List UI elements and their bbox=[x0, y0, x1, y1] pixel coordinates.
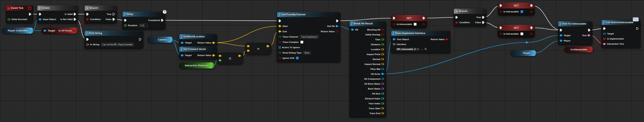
pin-normal[interactable] bbox=[382, 58, 384, 60]
dropdown[interactable]: TraceTypeQuery1 bbox=[300, 35, 319, 38]
pin-out-hit[interactable] bbox=[336, 25, 338, 27]
pin-b[interactable] bbox=[219, 59, 222, 61]
node-branch2[interactable]: ↺BranchTrueConditionFalse bbox=[454, 8, 486, 26]
node-does_implement[interactable]: fDoes Implement InterfaceTest ObjectRetu… bbox=[391, 30, 450, 53]
checkbox[interactable]: ✓ bbox=[520, 10, 523, 13]
pin-text[interactable] bbox=[588, 34, 590, 36]
pin-target[interactable] bbox=[603, 33, 606, 35]
pin-draw-debug-type[interactable] bbox=[278, 52, 282, 54]
pin-actors-to-ignore[interactable] bbox=[278, 46, 281, 49]
pin-exec_in[interactable] bbox=[456, 16, 458, 19]
text-field[interactable]: 0.15 bbox=[139, 24, 148, 27]
node-get_forward_vector[interactable]: fGet Forward VectorTargetReturn Value bbox=[179, 46, 217, 59]
blueprint-graph-canvas[interactable]: ◇Event TickDelta Seconds?IsValidIs Valid… bbox=[0, 0, 644, 122]
pin-initial-overlap[interactable] bbox=[382, 33, 384, 36]
pin-out[interactable] bbox=[238, 55, 241, 57]
pin-condition[interactable] bbox=[456, 21, 458, 24]
pin-a[interactable] bbox=[247, 45, 250, 47]
pin-target[interactable] bbox=[44, 29, 46, 32]
pin-trace-complex[interactable] bbox=[278, 41, 282, 43]
node-call_on_interactable[interactable]: fCall OnIsAnInteractableTargetIs Impleme… bbox=[602, 20, 640, 48]
node-is_ui_focus[interactable]: TargetIs UI Focus bbox=[42, 27, 78, 34]
pin-exec_in[interactable] bbox=[124, 19, 127, 22]
pin-trace-start[interactable] bbox=[382, 107, 384, 110]
pin-trace-end[interactable] bbox=[382, 112, 384, 114]
pin-is-not-valid[interactable] bbox=[74, 18, 76, 21]
pin-return-value[interactable] bbox=[446, 38, 448, 40]
pin-test-object[interactable] bbox=[393, 38, 396, 40]
node-camera[interactable]: Camera bbox=[148, 36, 173, 43]
node-player_var[interactable]: Player bbox=[510, 50, 537, 56]
pin-hit-item[interactable] bbox=[382, 93, 384, 95]
pin-is-interactable[interactable] bbox=[393, 23, 396, 25]
pin-false[interactable] bbox=[482, 21, 484, 24]
pin-true[interactable] bbox=[482, 16, 484, 19]
pin-out[interactable] bbox=[266, 45, 270, 47]
pin-interaction-distance[interactable] bbox=[210, 64, 212, 67]
interface-selector[interactable]: BPI_Interactable_C▼← bbox=[396, 48, 427, 51]
pin-out[interactable] bbox=[530, 33, 533, 35]
pin-location[interactable] bbox=[382, 48, 384, 50]
pin-b[interactable] bbox=[247, 50, 250, 52]
pin-impact-point[interactable] bbox=[382, 53, 384, 55]
pin-interface[interactable] bbox=[393, 43, 396, 45]
pin-out[interactable] bbox=[530, 11, 533, 13]
pin-exec_out[interactable] bbox=[588, 29, 590, 31]
pin-impact-normal[interactable] bbox=[382, 63, 384, 65]
pin-delta-seconds[interactable] bbox=[8, 18, 11, 20]
reroute-node[interactable] bbox=[526, 41, 528, 43]
node-delay[interactable]: fDelayCompletedDuration0.15 bbox=[122, 11, 165, 29]
pin-hit-component[interactable] bbox=[382, 78, 384, 80]
pin-return-value[interactable] bbox=[212, 54, 215, 56]
node-isvalid[interactable]: ?IsValidIs ValidInput ObjectIs Not Valid bbox=[37, 5, 78, 23]
pin-hit-actor[interactable] bbox=[382, 73, 384, 75]
text-field[interactable]: Can not find BP_PlayerController bbox=[101, 43, 134, 46]
pin-exec_in[interactable] bbox=[39, 13, 42, 15]
pin-is-interactable[interactable] bbox=[500, 33, 502, 35]
pin-phys-mat[interactable] bbox=[382, 68, 384, 70]
pin-duration[interactable] bbox=[124, 24, 127, 26]
pin-exec_out[interactable] bbox=[636, 27, 639, 30]
dropdown[interactable]: None bbox=[303, 51, 310, 54]
pin-exec_in[interactable] bbox=[86, 13, 89, 15]
pin-end[interactable] bbox=[278, 30, 282, 32]
pin-exec_in[interactable] bbox=[278, 19, 281, 22]
pin-is-valid[interactable] bbox=[74, 13, 76, 15]
pin-true[interactable] bbox=[112, 13, 115, 15]
pin-input-object[interactable] bbox=[39, 18, 42, 20]
node-linetrace[interactable]: fLineTraceByChannelStartOut HitEndReturn… bbox=[277, 12, 340, 62]
pin-interaction-text[interactable] bbox=[603, 43, 606, 45]
node-text_for_interactable[interactable]: fText For InteractableTargetTextPlayer bbox=[558, 21, 592, 45]
pin-player[interactable] bbox=[532, 52, 534, 54]
pin-distance[interactable] bbox=[382, 43, 384, 45]
pin-exec_out[interactable] bbox=[336, 19, 338, 22]
pin-hit-bone-name[interactable] bbox=[382, 83, 384, 85]
pin-completed[interactable] bbox=[161, 19, 164, 22]
pin-false[interactable] bbox=[112, 18, 115, 21]
checkbox[interactable] bbox=[414, 23, 416, 26]
pin-face-index[interactable] bbox=[382, 102, 384, 105]
node-branch1[interactable]: ↺BranchTrueConditionFalse bbox=[84, 5, 117, 23]
pin-return-value[interactable] bbox=[212, 42, 215, 44]
pin-exec_in[interactable] bbox=[560, 29, 562, 31]
checkbox[interactable] bbox=[520, 32, 523, 35]
checkbox[interactable] bbox=[300, 41, 303, 43]
node-print_string[interactable]: fPrint StringIn StringCan not find BP_Pl… bbox=[84, 30, 143, 49]
pin-start[interactable] bbox=[278, 25, 282, 27]
node-add[interactable]: + bbox=[245, 43, 271, 55]
node-set3[interactable]: SETIs Interactable bbox=[498, 25, 535, 38]
magnifier-icon[interactable] bbox=[424, 48, 427, 50]
pin-hit[interactable] bbox=[351, 28, 354, 31]
pin-is-implemented[interactable] bbox=[603, 38, 606, 40]
pin-element-index[interactable] bbox=[382, 97, 384, 100]
node-multiply[interactable]: × bbox=[217, 53, 243, 64]
node-get_world_location[interactable]: fGetWorldLocationTargetReturn Value bbox=[179, 34, 217, 47]
pin-exec_in[interactable] bbox=[603, 27, 606, 30]
pin-ignore-self[interactable] bbox=[278, 57, 282, 59]
pin-exec_out[interactable] bbox=[29, 13, 31, 15]
pin-a[interactable] bbox=[219, 55, 222, 57]
pin-is-interactable[interactable] bbox=[588, 49, 591, 51]
node-set2[interactable]: SETIs Interactable✓ bbox=[498, 2, 535, 15]
pin-in-string[interactable] bbox=[86, 43, 89, 46]
pin-player-controller[interactable] bbox=[29, 29, 32, 32]
